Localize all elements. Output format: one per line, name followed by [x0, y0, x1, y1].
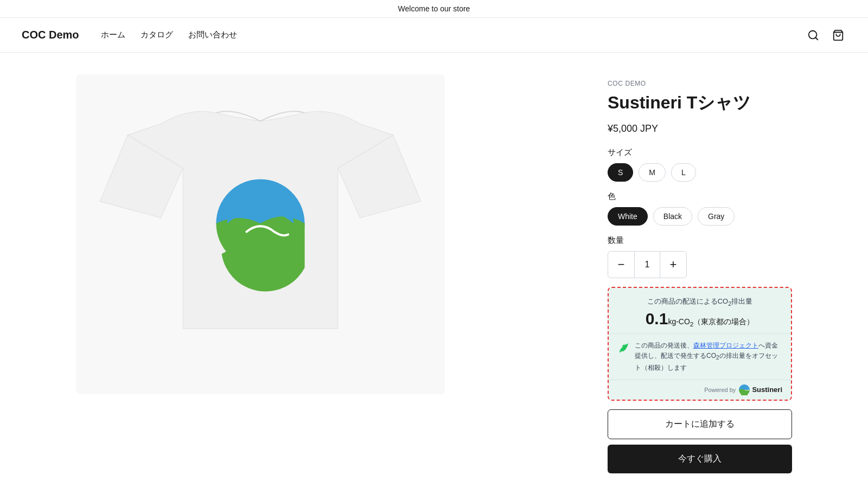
svg-line-1: [815, 37, 818, 40]
sustineri-name: Sustineri: [752, 386, 782, 394]
co2-amount: 0.1: [646, 310, 668, 328]
color-options: White Black Gray: [608, 207, 792, 226]
co2-offset-text: この商品の発送後、森林管理プロジェクトへ資金提供し、配送で発生するCO2の排出量…: [635, 341, 782, 373]
co2-value: 0.1kg-CO2（東京都の場合）: [620, 310, 780, 328]
sustineri-logo-icon: [739, 384, 750, 395]
nav-catalog[interactable]: カタログ: [141, 30, 173, 40]
sustineri-logo: Sustineri: [739, 384, 782, 395]
size-option-s[interactable]: S: [608, 163, 633, 182]
forest-link[interactable]: 森林管理プロジェクト: [693, 342, 758, 349]
powered-by-text: Powered by: [704, 387, 736, 393]
add-to-cart-button[interactable]: カートに追加する: [608, 409, 792, 439]
co2-title: この商品の配送によるCO2排出量: [620, 297, 780, 307]
color-option-gray[interactable]: Gray: [698, 207, 735, 226]
product-image-container: [76, 74, 445, 394]
quantity-label: 数量: [608, 235, 792, 246]
logo[interactable]: COC Demo: [22, 29, 79, 41]
color-label: 色: [608, 191, 792, 202]
announcement-bar: Welcome to our store: [0, 0, 868, 18]
size-options: S M L: [608, 163, 792, 182]
cart-button[interactable]: [830, 27, 846, 43]
quantity-decrease[interactable]: −: [608, 252, 634, 278]
co2-widget: この商品の配送によるCO2排出量 0.1kg-CO2（東京都の場合） この商品の…: [608, 287, 792, 401]
size-label: サイズ: [608, 147, 792, 158]
quantity-increase[interactable]: +: [660, 252, 686, 278]
nav-home[interactable]: ホーム: [101, 30, 125, 40]
leaf-icon: [617, 342, 629, 356]
size-option-l[interactable]: L: [671, 163, 696, 182]
co2-footer: Powered by Sustineri: [609, 380, 791, 400]
quantity-value: 1: [634, 252, 660, 278]
announcement-text: Welcome to our store: [398, 4, 470, 13]
co2-offset: この商品の発送後、森林管理プロジェクトへ資金提供し、配送で発生するCO2の排出量…: [609, 333, 791, 380]
header: COC Demo ホーム カタログ お問い合わせ: [0, 18, 868, 53]
size-option-m[interactable]: M: [639, 163, 666, 182]
product-info: COC DEMO Sustineri Tシャツ ¥5,000 JPY サイズ S…: [608, 74, 792, 473]
product-title: Sustineri Tシャツ: [608, 92, 792, 114]
buy-now-button[interactable]: 今すぐ購入: [608, 445, 792, 473]
color-option-black[interactable]: Black: [653, 207, 692, 226]
product-image-area: [76, 74, 575, 473]
search-icon: [807, 29, 819, 41]
nav-contact[interactable]: お問い合わせ: [188, 30, 237, 40]
main-nav: ホーム カタログ お問い合わせ: [101, 30, 805, 40]
color-option-white[interactable]: White: [608, 207, 648, 226]
quantity-control: − 1 +: [608, 251, 687, 278]
header-icons: [805, 27, 846, 43]
product-brand: COC DEMO: [608, 80, 792, 87]
product-page: COC DEMO Sustineri Tシャツ ¥5,000 JPY サイズ S…: [54, 53, 814, 488]
search-button[interactable]: [805, 27, 821, 43]
co2-unit: kg-CO2（東京都の場合）: [668, 317, 754, 326]
cart-icon: [832, 29, 844, 41]
product-price: ¥5,000 JPY: [608, 123, 792, 134]
co2-main: この商品の配送によるCO2排出量 0.1kg-CO2（東京都の場合）: [609, 288, 791, 334]
product-image: [76, 74, 445, 394]
